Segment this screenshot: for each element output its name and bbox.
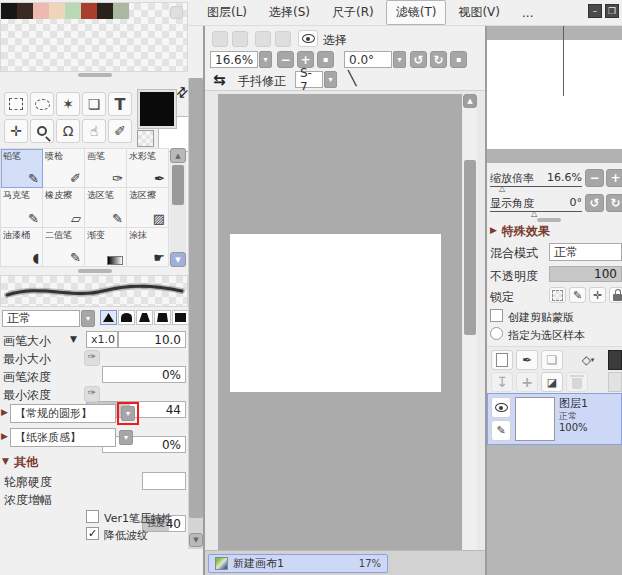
- layer-visibility-button[interactable]: [491, 397, 511, 418]
- brush-grid-scrollbar[interactable]: ▲ ▼: [170, 148, 186, 267]
- size-multiplier-box[interactable]: x1.0: [86, 331, 118, 348]
- color-swatch[interactable]: [81, 3, 97, 19]
- layer-thumbnail[interactable]: [515, 397, 555, 441]
- color-swatch[interactable]: [65, 3, 81, 19]
- new-layer-button[interactable]: [491, 350, 513, 370]
- lasso-tool[interactable]: [30, 92, 54, 116]
- min-size-slider[interactable]: 0%: [102, 366, 186, 383]
- color-swatch[interactable]: [17, 3, 33, 19]
- selection-sample-radio[interactable]: [490, 327, 503, 340]
- brush-eraser[interactable]: 橡皮擦▱: [43, 188, 85, 227]
- rotate-view-tool[interactable]: Ω: [56, 119, 80, 143]
- zoom-value-box[interactable]: 16.6%: [210, 51, 258, 68]
- edge-shape-sharp[interactable]: [100, 310, 117, 325]
- lock-pixels-button[interactable]: ✎: [569, 287, 586, 303]
- brush-gradient[interactable]: 渐变: [85, 228, 127, 267]
- menu-item-layer[interactable]: 图层(L): [197, 0, 257, 25]
- canvas-scroll-area[interactable]: [218, 94, 462, 551]
- opacity-slider[interactable]: 100: [549, 266, 622, 282]
- edge-shape-round[interactable]: [118, 310, 135, 325]
- color-swatch[interactable]: [33, 3, 49, 19]
- foreground-color-well[interactable]: [138, 90, 176, 128]
- stroke-style-icon[interactable]: ╲: [348, 70, 356, 86]
- clipping-mask-checkbox[interactable]: [490, 309, 503, 322]
- zoom-tool[interactable]: [30, 119, 54, 143]
- shape-preset-dropdown-button[interactable]: ▾: [121, 406, 135, 421]
- menu-item-view[interactable]: 视图(V): [448, 0, 510, 25]
- scrollbar-thumb[interactable]: [172, 165, 184, 205]
- minimize-button[interactable]: –: [588, 4, 602, 18]
- layer-paint-button[interactable]: ✎: [491, 420, 511, 441]
- zoom-dropdown-button[interactable]: ▾: [259, 51, 272, 68]
- min-size-pressure-button[interactable]: ✑: [84, 350, 100, 366]
- brush-size-slider[interactable]: 10.0: [118, 331, 186, 348]
- menu-item-ruler[interactable]: 尺子(R): [322, 0, 384, 25]
- color-swatch[interactable]: [113, 3, 129, 19]
- left-panel-scrollbar[interactable]: ▼: [188, 78, 204, 549]
- edge-shape-dome[interactable]: [136, 310, 153, 325]
- ver1-pressure-checkbox[interactable]: [86, 510, 99, 523]
- transparent-color-button[interactable]: [137, 130, 154, 147]
- brush-blend-mode-select[interactable]: 正常: [2, 310, 80, 327]
- brush-watercolor[interactable]: 水彩笔✒: [127, 149, 169, 188]
- reduce-ripple-checkbox[interactable]: ✓: [86, 527, 99, 540]
- panel-divider-grip[interactable]: [537, 218, 561, 222]
- color-swatch[interactable]: [49, 3, 65, 19]
- nav-zoom-in-button[interactable]: +: [606, 169, 622, 187]
- scrollbar-thumb[interactable]: [189, 78, 203, 518]
- slider-marker-icon[interactable]: △: [531, 209, 537, 218]
- expand-arrow-icon[interactable]: ▶: [490, 225, 497, 235]
- disabled-toolbar-button[interactable]: [212, 31, 228, 47]
- panel-divider-grip[interactable]: [78, 269, 112, 273]
- rotate-ccw-button[interactable]: ↺: [410, 51, 427, 68]
- angle-value-box[interactable]: 0.0°: [344, 51, 392, 68]
- clear-layer-button[interactable]: ◪: [541, 372, 563, 392]
- rotate-cw-button[interactable]: ↻: [430, 51, 447, 68]
- eyedropper-tool[interactable]: ✐: [108, 119, 132, 143]
- expand-arrow-icon[interactable]: ▶: [1, 431, 8, 441]
- disabled-toolbar-button[interactable]: [255, 31, 271, 47]
- disabled-toolbar-button[interactable]: [232, 31, 248, 47]
- menu-item-more[interactable]: ...: [512, 2, 543, 24]
- canvas-document[interactable]: [230, 234, 441, 392]
- text-tool[interactable]: T: [108, 92, 132, 116]
- color-swatch[interactable]: [97, 3, 113, 19]
- merge-down-button[interactable]: +: [516, 372, 538, 392]
- brush-bucket[interactable]: 油漆桶◖: [1, 228, 43, 267]
- brush-airbrush[interactable]: 喷枪✐: [43, 149, 85, 188]
- shape-preset-extra-box[interactable]: [142, 472, 186, 490]
- layer-list-empty-area[interactable]: [487, 445, 622, 575]
- texture-preset-dropdown-button[interactable]: ▾: [119, 430, 133, 445]
- nav-rotate-ccw-button[interactable]: ↺: [585, 194, 604, 212]
- stabilizer-value-box[interactable]: S-7: [295, 71, 323, 88]
- restore-button[interactable]: ❐: [605, 4, 619, 18]
- lock-position-button[interactable]: ✛: [589, 287, 606, 303]
- expand-arrow-icon[interactable]: ▶: [1, 407, 8, 417]
- zoom-reset-button[interactable]: ▪: [317, 51, 334, 68]
- min-density-pressure-button[interactable]: ✑: [84, 386, 100, 402]
- brush-binary-pen[interactable]: 二值笔✎: [43, 228, 85, 267]
- nav-rotate-cw-button[interactable]: ↻: [606, 194, 622, 212]
- collapse-arrow-icon[interactable]: ▼: [2, 456, 9, 466]
- blend-mode-select[interactable]: 正常: [549, 243, 622, 261]
- scroll-down-button[interactable]: ▼: [170, 252, 186, 267]
- rect-select-tool[interactable]: [4, 92, 28, 116]
- edge-shape-square[interactable]: [172, 310, 189, 325]
- scroll-up-button[interactable]: ▲: [463, 94, 477, 108]
- scrollbar-thumb[interactable]: [464, 160, 476, 335]
- move-tool[interactable]: ✛: [4, 119, 28, 143]
- menu-item-filter[interactable]: 滤镜(T): [386, 0, 447, 25]
- shape-select-tool[interactable]: ❏: [82, 92, 106, 116]
- clipped-toolbar-button[interactable]: [608, 350, 622, 370]
- scroll-up-button[interactable]: ▲: [170, 148, 186, 163]
- navigator-panel[interactable]: [487, 26, 622, 163]
- new-vector-layer-button[interactable]: ✒: [516, 350, 538, 370]
- zoom-out-button[interactable]: −: [277, 51, 294, 68]
- brush-marker[interactable]: 马克笔✎: [1, 188, 43, 227]
- slider-marker-icon[interactable]: △: [499, 184, 505, 193]
- color-swatch[interactable]: [1, 3, 17, 19]
- layer-mask-button[interactable]: ◇▾: [575, 350, 601, 370]
- disabled-toolbar-button[interactable]: [275, 31, 291, 47]
- selection-visibility-button[interactable]: [298, 30, 318, 47]
- menu-item-select[interactable]: 选择(S): [259, 0, 320, 25]
